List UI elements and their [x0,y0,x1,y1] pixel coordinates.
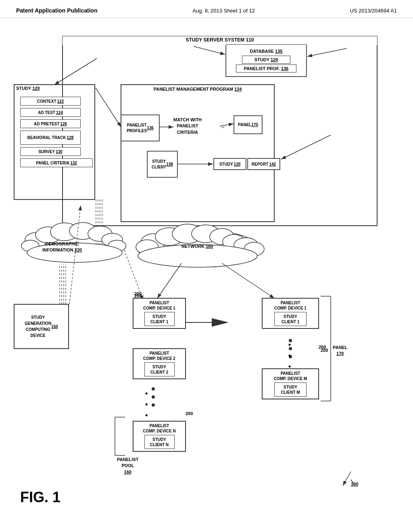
panel-criteria-box: PANEL CRITERIA 132 [20,158,93,167]
svg-rect-7 [121,85,274,222]
dots-right: ••• [288,339,291,372]
database-box: DATABASE 135 STUDY 120 PANELIST PROF. 13… [226,44,307,77]
svg-point-26 [172,224,203,243]
criteria-arrow: → [220,124,225,130]
svg-line-5 [307,48,347,56]
svg-point-57 [152,387,155,391]
study-client-138-box: STUDYCLIENT138 [147,151,177,177]
demographic-label: DEMOGRAPHICINFORMATION 220 [42,241,82,254]
study-gen-box: STUDYGENERATIONCOMPUTINGDEVICE150 [14,304,69,349]
svg-point-42 [108,240,126,251]
panelist-compN-box: PANELISTCOMP. DEVICE N STUDYCLIENT N [133,421,186,451]
svg-marker-69 [212,318,228,326]
diagram-svg: 200 200 [0,18,413,518]
svg-line-81 [343,472,351,486]
study-client2-box: STUDYCLIENT 2 [144,362,175,376]
svg-point-27 [192,225,220,243]
diagram-area: 200 200 STU [0,18,413,518]
svg-point-25 [155,228,184,245]
database-label: DATABASE 135 [250,48,283,54]
svg-line-49 [157,263,181,298]
ad-test-box: AD TEST 124 [20,108,81,117]
fig-label: FIG. 1 [20,489,60,506]
study-clientM-box: STUDYCLIENT M [274,382,307,397]
ref-100-svg [339,470,363,490]
svg-line-8 [54,58,97,85]
study-db-box: STUDY 120 [242,56,290,64]
study-db-label: STUDY 120 [254,57,278,62]
panelist-compM-box: PANELISTCOMP. DEVICE M STUDYCLIENT M [262,369,319,399]
panelist-mgmt-label: PANELIST MANAGEMENT PROGRAM 134 [127,87,268,91]
panelist-comp1-box: PANELISTCOMP. DEVICE 1 STUDYCLIENT 1 [133,298,186,328]
study-client1-right-box: STUDYCLIENT 1 [274,312,307,326]
svg-point-31 [136,240,159,254]
svg-point-40 [102,233,123,246]
report-142-box: REPORT 142 [248,158,280,170]
svg-point-37 [50,223,79,241]
header-right: US 2013/204694 A1 [350,8,397,14]
header-center: Aug. 8, 2013 Sheet 1 of 12 [192,8,255,14]
page-header: Patent Application Publication Aug. 8, 2… [0,0,413,18]
svg-line-22 [281,135,331,159]
panelist-pool-label: PANELISTPOOL160 [117,457,139,475]
svg-point-29 [223,235,245,249]
ref-200-left-top: 200 [134,291,142,296]
study-clientN-box: STUDYCLIENT N [144,435,175,449]
svg-point-30 [234,238,258,252]
panelist-comp1-right-box: PANELISTCOMP. DEVICE 1 STUDYCLIENT 1 [262,298,319,328]
svg-point-58 [152,395,155,399]
svg-point-24 [141,234,165,250]
svg-point-32 [244,242,264,256]
dots-left: ••• [145,388,148,421]
panel-170-right-label: PANEL170 [333,345,347,357]
svg-point-38 [69,222,96,239]
svg-rect-2 [63,36,377,226]
header-left: Patent Application Publication [16,7,98,14]
svg-line-13 [96,88,121,127]
context-box: CONTEXT 122 [20,97,81,106]
svg-point-41 [21,240,39,251]
svg-point-39 [88,226,112,241]
study-client1-left-box: STUDYCLIENT 1 [144,312,175,326]
survey-box: SURVEY 130 [20,147,81,156]
svg-rect-70 [186,318,212,326]
svg-point-36 [35,227,61,243]
svg-line-80 [69,206,81,304]
study-server-box: STUDY SERVER SYSTEM 110 [63,36,377,45]
panelist-prof-db-box: PANELIST PROF. 136 [236,64,296,73]
panelist-prof-db-label: PANELIST PROF. 136 [244,66,288,71]
panelist-profiles-box: PANELISTPROFILES136 [121,115,159,141]
study-left-label: STUDY 120 [14,85,42,92]
svg-point-28 [210,229,234,245]
match-criteria-label: MATCH WITHPANELISTCRITERIA [173,117,202,135]
svg-line-50 [222,263,274,298]
ref-200-right: 200 [321,348,328,353]
panelist-comp2-box: PANELISTCOMP. DEVICE 2 STUDYCLIENT 2 [133,349,186,379]
ref-200-left-bottom: 200 [186,411,193,416]
ad-pretest-box: AD PRETEST 126 [20,119,81,128]
network-label: NETWORK 180 [181,244,213,249]
svg-point-59 [152,403,155,407]
behavioral-box: BEAVIORAL TRACK 128 [20,131,81,145]
study-120-right-box: STUDY 120 [214,158,246,170]
svg-line-4 [194,46,225,54]
panel-170-top-box: PANEL170 [234,116,262,134]
